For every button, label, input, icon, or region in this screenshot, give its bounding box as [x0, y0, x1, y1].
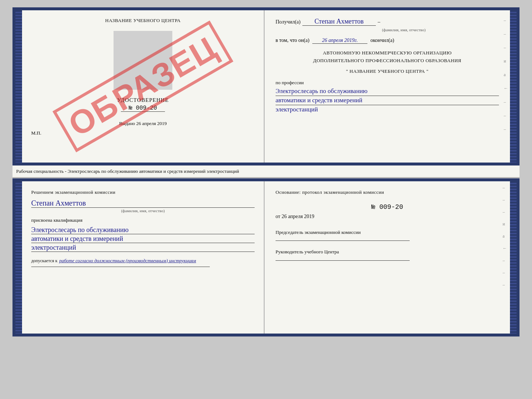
- right-spine-bottom: [510, 181, 517, 334]
- cert-mp: М.П.: [31, 130, 41, 136]
- bottom-right-page: Основание: протокол экзаменационной коми…: [265, 181, 510, 334]
- received-line: Получил(а) Степан Ахметтов –: [276, 18, 499, 26]
- in-that-label: в том, что он(а): [276, 38, 309, 43]
- qual-value1: Электрослесарь по обслуживанию: [31, 226, 255, 234]
- head-sign-line: [276, 260, 410, 261]
- right-border-deco-bottom: – – – и а ← – – –: [503, 185, 507, 288]
- cert-title: УДОСТОВЕРЕНИЕ: [117, 97, 169, 103]
- cert-number: № 009-20: [121, 105, 165, 112]
- prof-value3: электростанций: [276, 106, 499, 113]
- org-block: АВТОНОМНУЮ НЕКОММЕРЧЕСКУЮ ОРГАНИЗАЦИЮ ДО…: [276, 49, 499, 65]
- left-spine-bottom: [15, 181, 22, 334]
- date-line: в том, что он(а) 26 апреля 2019г. окончи…: [276, 38, 499, 44]
- cert-issued-line: Выдано 26 апреля 2019: [119, 121, 166, 127]
- cert-issued-label: Выдано: [119, 121, 135, 126]
- page-wrapper: НАЗВАНИЕ УЧЕБНОГО ЦЕНТРА УДОСТОВЕРЕНИЕ №…: [12, 7, 520, 336]
- basis-date: от 26 апреля 2019: [276, 214, 499, 220]
- cert-issued-date: 26 апреля 2019: [136, 121, 167, 126]
- allow-value: работе согласно должностным (производств…: [59, 257, 196, 264]
- allow-line-hr: [31, 267, 210, 267]
- separator-text: Рабочая специальность - Электрослесарь п…: [12, 165, 520, 178]
- fio-hint-top: (фамилия, имя, отчество): [309, 28, 499, 32]
- received-dash: –: [378, 19, 380, 25]
- left-spine: [15, 10, 22, 163]
- basis-number: № 009-20: [276, 203, 499, 211]
- prof-label: по профессии: [276, 80, 499, 86]
- right-spine-top: [510, 10, 517, 163]
- date-value: 26 апреля 2019г.: [312, 38, 367, 44]
- received-label: Получил(а): [276, 19, 301, 25]
- basis-label: Основание: протокол экзаменационной коми…: [276, 189, 499, 196]
- school-name-label: НАЗВАНИЕ УЧЕБНОГО ЦЕНТРА: [105, 18, 180, 24]
- allow-line: допускается к работе согласно должностны…: [31, 257, 255, 265]
- date-prefix: от: [276, 214, 280, 219]
- prof-value2: автоматики и средств измерений: [276, 97, 499, 105]
- chairman-label: Председатель экзаменационной комиссии: [276, 229, 499, 236]
- stamp-placeholder: [114, 31, 172, 90]
- bottom-document: Решением экзаменационной комиссии Степан…: [12, 178, 520, 336]
- top-document: НАЗВАНИЕ УЧЕБНОГО ЦЕНТРА УДОСТОВЕРЕНИЕ №…: [12, 7, 520, 165]
- qual-value2: автоматики и средств измерений: [31, 235, 255, 243]
- qual-label: присвоена квалификация: [31, 217, 255, 223]
- top-right-page: Получил(а) Степан Ахметтов – (фамилия, и…: [265, 10, 510, 163]
- top-left-page: НАЗВАНИЕ УЧЕБНОГО ЦЕНТРА УДОСТОВЕРЕНИЕ №…: [22, 10, 265, 163]
- org-line1: АВТОНОМНУЮ НЕКОММЕРЧЕСКУЮ ОРГАНИЗАЦИЮ: [276, 49, 499, 57]
- allow-label: допускается к: [31, 258, 57, 264]
- received-name: Степан Ахметтов: [302, 18, 376, 26]
- head-label: Руководитель учебного Центра: [276, 248, 499, 256]
- bottom-left-page: Решением экзаменационной комиссии Степан…: [22, 181, 265, 334]
- prof-value1: Электрослесарь по обслуживанию: [276, 88, 499, 96]
- right-deco: – – – и а ← – – –: [504, 18, 508, 132]
- bottom-person-name: Степан Ахметтов: [31, 199, 255, 208]
- decision-title: Решением экзаменационной комиссии: [31, 189, 255, 196]
- org-quoted: " НАЗВАНИЕ УЧЕБНОГО ЦЕНТРА ": [276, 68, 499, 74]
- qual-value3: электростанций: [31, 244, 255, 252]
- org-line2: ДОПОЛНИТЕЛЬНОГО ПРОФЕССИОНАЛЬНОГО ОБРАЗО…: [276, 57, 499, 65]
- chairman-sign-line: [276, 241, 410, 241]
- bottom-fio-hint: (фамилия, имя, отчество): [31, 209, 255, 213]
- basis-date-value: 26 апреля 2019: [281, 214, 314, 219]
- finished-label: окончил(а): [370, 38, 394, 43]
